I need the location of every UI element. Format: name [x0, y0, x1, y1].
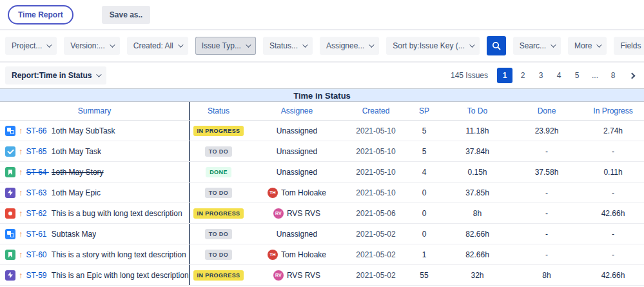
- status-cell: DONE: [190, 162, 247, 182]
- summary-text: ST-59 This is an Epic with long text des…: [26, 271, 189, 280]
- assignee-avatar: TH: [268, 188, 278, 198]
- chevron-down-icon: [110, 42, 115, 47]
- column-header-sp[interactable]: SP: [405, 102, 444, 120]
- status-cell: TO DO: [190, 141, 247, 161]
- version-filter[interactable]: Version:...: [64, 37, 119, 55]
- sort-by-filter-label: Sort by:Issue Key (...: [393, 41, 464, 50]
- table-row: ↑ ST-65 1oth May Task TO DO Unassigned 2…: [0, 141, 644, 162]
- priority-high-icon: ↑: [19, 229, 23, 239]
- issue-key-link[interactable]: ST-62: [26, 209, 49, 218]
- page-button-5[interactable]: 5: [569, 68, 585, 83]
- assignee-name: Tom Holoake: [281, 250, 326, 259]
- page-button-3[interactable]: 3: [533, 68, 549, 83]
- assignee-name: Unassigned: [277, 147, 317, 156]
- issue-type-icon: [5, 229, 15, 239]
- search-button[interactable]: [487, 36, 506, 55]
- in-progress-cell: -: [582, 224, 644, 244]
- done-cell: 37.58h: [511, 162, 582, 182]
- report-selector[interactable]: Report:Time in Status: [5, 66, 106, 84]
- fields-filter[interactable]: Fields: [614, 37, 644, 55]
- assignee-cell: Unassigned: [247, 121, 347, 141]
- issue-key-link[interactable]: ST-65: [26, 147, 49, 156]
- save-as-button[interactable]: Save as..: [102, 6, 150, 24]
- search-text-filter[interactable]: Searc...: [513, 37, 561, 55]
- created-cell: 2021-05-10: [347, 183, 405, 203]
- chevron-down-icon: [551, 42, 556, 47]
- in-progress-cell: -: [582, 244, 644, 264]
- in-progress-cell: 2.74h: [582, 121, 644, 141]
- todo-cell: 0.15h: [444, 162, 511, 182]
- created-filter-label: Created: All: [133, 41, 173, 50]
- assignee-name: Unassigned: [277, 168, 317, 177]
- page-button-2[interactable]: 2: [515, 68, 531, 83]
- issue-key-link[interactable]: ST-64: [26, 168, 49, 177]
- page-button-4[interactable]: 4: [551, 68, 567, 83]
- assignee-cell: RV RVS RVS: [247, 203, 347, 223]
- status-badge: TO DO: [205, 188, 232, 198]
- column-header-created[interactable]: Created: [347, 102, 405, 120]
- issue-type-icon: [5, 250, 15, 260]
- page-button-1[interactable]: 1: [497, 68, 512, 83]
- sort-by-filter[interactable]: Sort by:Issue Key (...: [386, 37, 479, 55]
- page-button-8[interactable]: 8: [605, 68, 621, 83]
- done-cell: -: [511, 224, 582, 244]
- column-header-assignee[interactable]: Assignee: [247, 102, 347, 120]
- report-selector-label: Report:Time in Status: [12, 71, 92, 80]
- column-header-status[interactable]: Status: [190, 102, 247, 120]
- summary-cell: ↑ ST-66 1oth May SubTask: [0, 121, 190, 141]
- status-badge: DONE: [206, 167, 231, 177]
- summary-text: ST-62 This is a bug with long text descr…: [26, 209, 182, 218]
- issue-summary: 1oth May Epic: [52, 188, 101, 197]
- time-report-button[interactable]: Time Report: [8, 5, 73, 25]
- issue-key-link[interactable]: ST-63: [26, 188, 49, 197]
- next-page-button[interactable]: [623, 68, 639, 83]
- issue-type-icon: [5, 146, 15, 157]
- issue-key-link[interactable]: ST-61: [26, 230, 49, 239]
- priority-high-icon: ↑: [19, 208, 23, 218]
- status-badge: IN PROGRESS: [193, 270, 244, 281]
- created-cell: 2021-05-02: [347, 244, 405, 264]
- priority-high-icon: ↑: [19, 270, 23, 280]
- issue-type-filter[interactable]: Issue Typ...: [195, 37, 256, 55]
- status-badge: TO DO: [205, 250, 232, 260]
- issue-key-link[interactable]: ST-66: [26, 126, 49, 135]
- column-header-summary[interactable]: Summary: [0, 102, 190, 120]
- status-cell: TO DO: [190, 244, 247, 264]
- status-filter[interactable]: Status...: [263, 37, 313, 55]
- assignee-cell: RV RVS RVS: [247, 265, 347, 285]
- assignee-name: Unassigned: [277, 126, 317, 135]
- todo-cell: 11.18h: [444, 121, 511, 141]
- done-cell: -: [511, 141, 582, 161]
- assignee-filter[interactable]: Assignee...: [320, 37, 379, 55]
- issue-summary: 1oth May SubTask: [52, 126, 115, 135]
- issue-key-link[interactable]: ST-60: [26, 250, 49, 259]
- in-progress-cell: 0.11h: [582, 162, 644, 182]
- project-filter[interactable]: Project...: [5, 37, 57, 55]
- more-filter[interactable]: More: [568, 37, 607, 55]
- filter-bar: Project... Version:... Created: All Issu…: [0, 30, 644, 63]
- status-cell: IN PROGRESS: [190, 265, 247, 285]
- summary-text: ST-60 This is a story with long text des…: [26, 250, 186, 259]
- chevron-down-icon: [469, 42, 474, 47]
- column-header-in-progress[interactable]: In Progress: [582, 102, 644, 120]
- issue-key-link[interactable]: ST-59: [26, 271, 49, 280]
- summary-text: ST-63 1oth May Epic: [26, 188, 101, 197]
- done-cell: 8h: [511, 265, 582, 285]
- issue-summary: 1oth May Task: [52, 147, 101, 156]
- pagination-area: 145 Issues 1 2 3 4 5 ... 8: [451, 68, 639, 83]
- created-cell: 2021-05-10: [347, 162, 405, 182]
- created-cell: 2021-05-06: [347, 203, 405, 223]
- top-bar: Time Report Save as..: [0, 0, 644, 30]
- project-filter-label: Project...: [12, 41, 42, 50]
- created-cell: 2021-05-02: [347, 265, 405, 285]
- summary-cell: ↑ ST-62 This is a bug with long text des…: [0, 203, 190, 223]
- created-filter[interactable]: Created: All: [127, 37, 188, 55]
- issue-type-icon: [5, 270, 15, 281]
- in-progress-cell: 42.66h: [582, 203, 644, 223]
- table-title: Time in Status: [0, 88, 644, 102]
- issue-summary: This is an Epic with long text descripti…: [52, 271, 189, 280]
- column-header-done[interactable]: Done: [511, 102, 582, 120]
- column-header-todo[interactable]: To Do: [444, 102, 511, 120]
- sp-cell: 0: [405, 224, 444, 244]
- assignee-name: RVS RVS: [287, 271, 320, 280]
